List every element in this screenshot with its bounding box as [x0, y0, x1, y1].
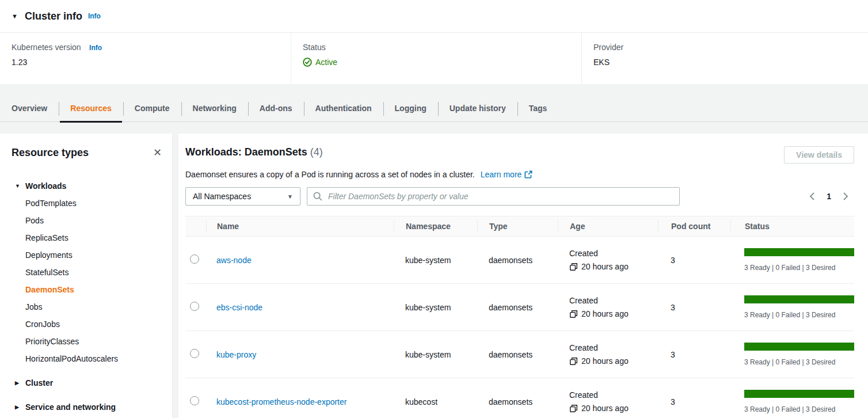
status-summary-text: 3 Ready | 0 Failed | 3 Desired	[744, 405, 854, 413]
sidebar-group-workloads[interactable]: ▼ Workloads	[12, 177, 164, 195]
tab-add-ons[interactable]: Add-ons	[248, 97, 304, 121]
page-number[interactable]: 1	[821, 192, 837, 201]
status-progress-bar	[744, 248, 854, 256]
row-age: Created 20 hours ago	[558, 249, 658, 271]
section-collapse-caret-icon[interactable]: ▼	[12, 13, 18, 20]
row-select-radio[interactable]	[190, 349, 199, 358]
daemonset-name-link[interactable]: ebs-csi-node	[216, 303, 262, 312]
sidebar-item-daemonsets[interactable]: DaemonSets	[25, 281, 164, 298]
sidebar-item-podtemplates[interactable]: PodTemplates	[25, 195, 164, 212]
sidebar-item-deployments[interactable]: Deployments	[25, 246, 164, 264]
column-header-name[interactable]: Name	[206, 220, 394, 233]
row-status: 3 Ready | 0 Failed | 3 Desired	[730, 295, 854, 319]
view-details-button[interactable]: View details	[784, 146, 854, 164]
table-row: kube-proxy kube-system daemonsets Create…	[185, 331, 854, 378]
column-header-namespace[interactable]: Namespace	[394, 220, 477, 233]
filter-toolbar: All Namespaces ▼ 1	[185, 187, 854, 206]
provider-value: EKS	[593, 58, 868, 67]
row-pod-count: 3	[658, 303, 730, 312]
sidebar-item-horizontalpodautoscalers[interactable]: HorizontalPodAutoscalers	[25, 350, 164, 367]
eks-cluster-page: ▼ Cluster info Info Kubernetes version I…	[0, 0, 868, 418]
daemonset-name-link[interactable]: kubecost-prometheus-node-exporter	[216, 397, 347, 406]
tabs-bar: Overview Resources Compute Networking Ad…	[0, 84, 868, 122]
row-status: 3 Ready | 0 Failed | 3 Desired	[730, 390, 854, 413]
cluster-info-link[interactable]: Info	[88, 12, 101, 20]
row-type: daemonsets	[477, 397, 558, 406]
row-age-value: 20 hours ago	[581, 262, 629, 271]
status-field: Status Active	[291, 33, 581, 84]
chevron-right-icon	[842, 192, 850, 201]
row-age-value: 20 hours ago	[581, 356, 629, 366]
row-pod-count: 3	[658, 350, 730, 359]
next-page-button[interactable]	[837, 189, 854, 203]
row-age-label: Created	[569, 296, 658, 305]
table-row: aws-node kube-system daemonsets Created …	[185, 237, 854, 284]
column-header-status[interactable]: Status	[730, 220, 854, 233]
namespace-select[interactable]: All Namespaces ▼	[185, 187, 300, 206]
kubernetes-version-info-link[interactable]: Info	[89, 44, 102, 52]
status-progress-bar	[744, 390, 854, 398]
sidebar-item-pods[interactable]: Pods	[25, 212, 164, 229]
cluster-group-label: Cluster	[25, 378, 53, 387]
daemonsets-title: Workloads: DaemonSets (4)	[185, 146, 323, 158]
cluster-info-header: ▼ Cluster info Info	[0, 0, 868, 33]
copy-icon[interactable]	[569, 404, 578, 413]
learn-more-link[interactable]: Learn more	[481, 170, 533, 179]
sidebar-item-replicasets[interactable]: ReplicaSets	[25, 229, 164, 246]
status-value: Active	[303, 58, 581, 67]
close-icon[interactable]: ✕	[151, 146, 164, 159]
row-type: daemonsets	[477, 350, 558, 359]
tab-update-history[interactable]: Update history	[438, 97, 517, 121]
row-select-radio[interactable]	[190, 302, 199, 311]
row-namespace: kube-system	[394, 256, 477, 265]
row-status: 3 Ready | 0 Failed | 3 Desired	[730, 343, 854, 366]
provider-field: Provider EKS	[581, 33, 868, 84]
service-networking-group-label: Service and networking	[25, 402, 116, 412]
sidebar-item-statefulsets[interactable]: StatefulSets	[25, 264, 164, 281]
tab-authentication[interactable]: Authentication	[304, 97, 383, 121]
caret-down-icon: ▼	[15, 183, 21, 189]
tab-logging[interactable]: Logging	[383, 97, 438, 121]
row-status: 3 Ready | 0 Failed | 3 Desired	[730, 248, 854, 272]
workloads-item-list: PodTemplates Pods ReplicaSets Deployment…	[25, 195, 164, 367]
row-select-radio[interactable]	[190, 254, 199, 264]
tab-networking[interactable]: Networking	[181, 97, 248, 121]
row-age: Created 20 hours ago	[558, 390, 658, 413]
chevron-down-icon: ▼	[287, 193, 293, 200]
sidebar-group-cluster[interactable]: ▶ Cluster	[12, 374, 164, 392]
sidebar-item-jobs[interactable]: Jobs	[25, 298, 164, 316]
row-age-label: Created	[569, 390, 658, 400]
daemonsets-description-row: Daemonset ensures a copy of a Pod is run…	[185, 170, 854, 179]
tab-resources[interactable]: Resources	[59, 97, 123, 121]
daemonsets-title-text: Workloads: DaemonSets	[185, 146, 307, 158]
status-value-text: Active	[315, 58, 337, 67]
search-box	[307, 187, 680, 206]
kubernetes-version-value: 1.23	[12, 58, 291, 67]
sidebar-item-cronjobs[interactable]: CronJobs	[25, 316, 164, 333]
daemonset-name-link[interactable]: aws-node	[216, 256, 252, 265]
tab-overview[interactable]: Overview	[0, 97, 59, 121]
status-summary-text: 3 Ready | 0 Failed | 3 Desired	[744, 358, 854, 366]
sidebar-group-service-networking[interactable]: ▶ Service and networking	[12, 398, 164, 416]
copy-icon[interactable]	[569, 263, 578, 271]
copy-icon[interactable]	[569, 357, 578, 366]
column-header-type[interactable]: Type	[477, 220, 558, 233]
search-input[interactable]	[307, 187, 680, 206]
table-row: kubecost-prometheus-node-exporter kubeco…	[185, 378, 854, 418]
tab-tags[interactable]: Tags	[517, 97, 559, 121]
column-header-pod-count[interactable]: Pod count	[658, 220, 730, 233]
workloads-group-label: Workloads	[25, 181, 66, 191]
row-namespace: kubecost	[394, 397, 477, 406]
row-select-radio[interactable]	[190, 396, 199, 405]
row-type: daemonsets	[477, 303, 558, 312]
chevron-left-icon	[808, 192, 816, 201]
status-summary-text: 3 Ready | 0 Failed | 3 Desired	[744, 264, 854, 272]
tab-compute[interactable]: Compute	[123, 97, 181, 121]
caret-right-icon: ▶	[15, 380, 21, 386]
column-header-age[interactable]: Age	[558, 220, 658, 233]
previous-page-button[interactable]	[804, 189, 821, 203]
sidebar-title: Resource types	[12, 147, 89, 159]
sidebar-item-priorityclasses[interactable]: PriorityClasses	[25, 333, 164, 350]
copy-icon[interactable]	[569, 310, 578, 318]
daemonset-name-link[interactable]: kube-proxy	[216, 350, 256, 359]
